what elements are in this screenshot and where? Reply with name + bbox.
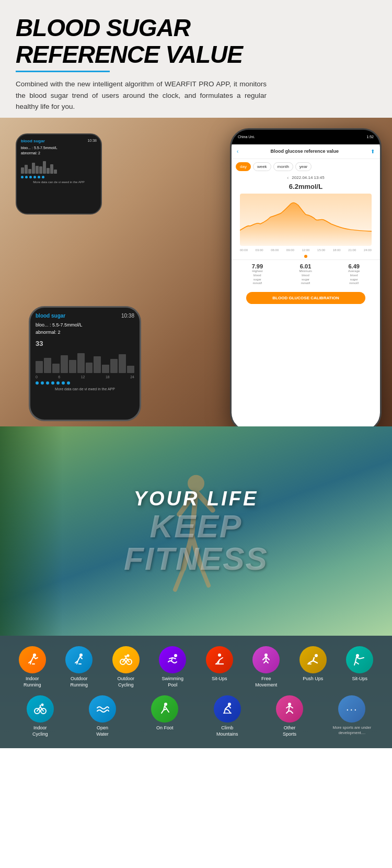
sport-indoor-running: IndoorRunning: [10, 646, 54, 688]
chart-dot: [21, 176, 24, 178]
chart-bar: [47, 168, 50, 174]
keep-fitness-text: KEEP FITNESS: [98, 510, 294, 574]
phone-nav-title: Blood glucose reference value: [270, 149, 339, 154]
blood-sugar-section: BLOOD SUGAR REFERENCE VALUE Combined wit…: [0, 0, 392, 426]
chart-dot: [38, 176, 40, 178]
chart-dot: [62, 381, 65, 385]
running-svg: [25, 652, 40, 667]
sport-sit-ups-2: Sit-Ups: [338, 646, 382, 688]
chart-bar: [36, 361, 43, 373]
pushups-svg: [306, 652, 320, 667]
sport-on-foot: On Foot: [135, 695, 194, 737]
chart-dot: [51, 381, 54, 385]
chart-bar: [36, 166, 39, 174]
chart-dot: [33, 176, 36, 178]
push-ups-label: Push Ups: [303, 676, 323, 682]
situps-svg: [212, 652, 227, 667]
phone-chart-container: 10.0 8.0 6.0 4.0 2.0 0.0 00:00 03:00 06:…: [236, 194, 376, 252]
watch-large-footer: More data can de vi ewed in the APP: [36, 387, 134, 391]
climb-svg: [220, 702, 235, 716]
watch-small-chart: [21, 158, 97, 174]
chart-bar: [61, 355, 68, 373]
bs-description: Combined with the new intelligent algori…: [16, 78, 267, 112]
tab-year[interactable]: year: [295, 162, 312, 171]
phone-notch: China Uni. 1:52: [232, 130, 380, 144]
phone-nav: ‹ Blood glucose reference value ⬆: [232, 144, 380, 159]
calibration-button[interactable]: BLOOD GLUCOSE CALIBRATION: [246, 292, 365, 304]
sports-grid-row1: IndoorRunning OutdoorRunning: [10, 646, 382, 688]
chart-dot: [41, 381, 44, 385]
watch-large-header: blood sugar 10:38: [36, 313, 134, 319]
chart-dot: [29, 176, 32, 178]
watch-large-line2: abnormal: 2: [36, 329, 134, 336]
sport-free-movement: FreeMovement: [245, 646, 289, 688]
sit-ups-label: Sit-Ups: [212, 676, 227, 682]
phone-mockup: China Uni. 1:52 ‹ Blood glucose referenc…: [230, 128, 382, 426]
sports-grid-row2: IndoorCycling OpenWater: [10, 695, 382, 737]
watch-large-line1: bloo... : 5.5-7.5mmol/L: [36, 321, 134, 329]
chart-dot: [56, 381, 60, 385]
tab-month[interactable]: month: [273, 162, 293, 171]
chart-bar: [69, 360, 76, 373]
watch-small-dots: [21, 176, 97, 178]
indoor-running-label: IndoorRunning: [24, 676, 41, 688]
bs-image-area: blood sugar 10:38 bloo... : 5.5-7.5mmol/…: [0, 118, 392, 426]
sport-other-sports: OtherSports: [260, 695, 319, 737]
svg-point-9: [315, 654, 318, 657]
climb-mountains-icon: [214, 695, 241, 723]
sport-outdoor-cycling: OutdoorCycling: [104, 646, 148, 688]
chart-bar: [50, 164, 53, 174]
swimming-pool-icon: [159, 646, 186, 673]
avg-label: Averagebloodsugarmmol/l: [348, 269, 360, 286]
prev-arrow[interactable]: ‹: [287, 175, 289, 181]
min-label: Minimumbloodsugarmmol/l: [299, 269, 312, 286]
watch-large-time: 10:38: [121, 313, 134, 319]
swimming-pool-label: SwimmingPool: [162, 676, 183, 688]
share-icon[interactable]: ⬆: [371, 149, 375, 154]
other-sports-icon: [276, 695, 303, 723]
open-water-svg: [95, 702, 110, 716]
free-movement-icon: [252, 646, 280, 673]
chart-bar: [86, 363, 93, 373]
bs-title: BLOOD SUGAR REFERENCE VALUE: [16, 15, 376, 67]
sport-push-ups: Push Ups: [291, 646, 335, 688]
watch-small-footer: More data can de vi ewed in the APP: [21, 181, 97, 184]
sport-indoor-cycling: IndoorCycling: [10, 695, 70, 737]
phone-stats: 7.99 Highestbloodsugarmmol/l 6.01 Minimu…: [232, 260, 380, 289]
phone-carrier: China Uni.: [238, 135, 255, 139]
chart-bar: [21, 167, 24, 174]
bs-header: BLOOD SUGAR REFERENCE VALUE Combined wit…: [0, 0, 392, 118]
sport-open-water: OpenWater: [73, 695, 132, 737]
watch-small-data: bloo... : 5.5-7.5mmol/L abnormal: 2: [21, 145, 97, 156]
tab-week[interactable]: week: [253, 162, 271, 171]
chart-x-labels: 00:00 03:00 06:00 09:00 12:00 15:00 18:0…: [236, 248, 376, 252]
sports-grid-container: IndoorRunning OutdoorRunning: [0, 636, 392, 748]
phone-notch-camera: [295, 133, 327, 141]
situps2-svg: [352, 652, 367, 667]
chart-bar: [127, 366, 134, 373]
fitness-section: YOUR LIFE KEEP FITNESS IndoorRunning: [0, 426, 392, 748]
open-water-icon: [89, 695, 116, 723]
tab-day[interactable]: day: [236, 162, 251, 171]
watch-small-header: blood sugar 10:38: [21, 139, 97, 143]
svg-point-6: [174, 654, 177, 657]
back-arrow[interactable]: ‹: [237, 149, 238, 154]
sit-ups-2-icon: [346, 646, 373, 673]
sport-outdoor-running: OutdoorRunning: [57, 646, 101, 688]
min-value: 6.01: [299, 263, 312, 269]
other-sports-svg: [282, 702, 297, 716]
highest-label: Highestbloodsugarmmol/l: [252, 269, 263, 286]
chart-dot: [42, 176, 44, 178]
watch-small: blood sugar 10:38 bloo... : 5.5-7.5mmol/…: [16, 133, 102, 215]
on-foot-icon: [151, 695, 178, 723]
indoor-cycling-svg: [33, 702, 48, 716]
sport-climb-mountains: ClimbMountains: [198, 695, 257, 737]
on-foot-svg: [157, 702, 172, 716]
chart-bar: [52, 364, 60, 373]
free-movement-svg: [259, 652, 273, 667]
fitness-overlay: YOUR LIFE KEEP FITNESS: [98, 487, 294, 574]
sport-more: ··· More sports are under development...…: [322, 695, 382, 737]
chart-bar: [94, 356, 101, 373]
bs-accent-bar: [16, 71, 110, 72]
watch-large-axis: 0 6 12 18 24: [36, 375, 134, 379]
